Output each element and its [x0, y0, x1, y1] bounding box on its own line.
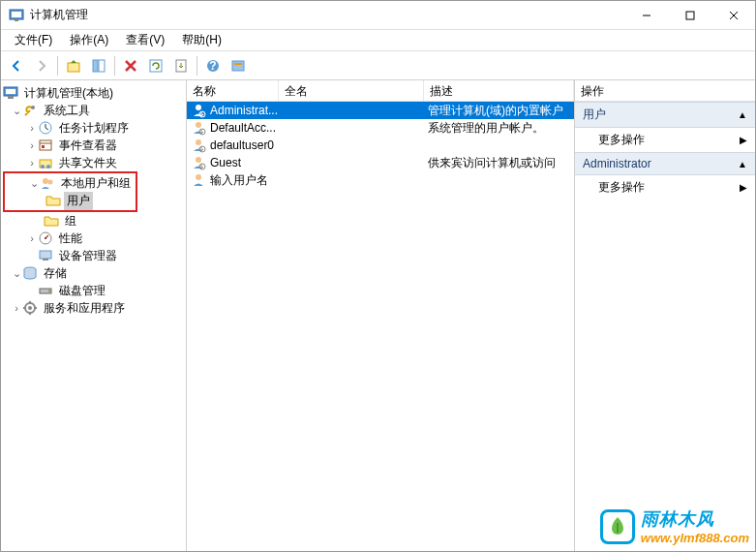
action-more[interactable]: 更多操作 ▶: [575, 128, 755, 152]
user-icon: [191, 103, 206, 118]
svg-point-28: [46, 165, 50, 169]
menu-view[interactable]: 查看(V): [118, 30, 172, 50]
svg-rect-12: [150, 60, 162, 72]
col-desc[interactable]: 描述: [424, 80, 574, 101]
cell-desc: 供来宾访问计算机或访问: [428, 155, 556, 171]
col-name[interactable]: 名称: [187, 80, 279, 101]
collapse-icon[interactable]: ⌄: [11, 267, 22, 280]
svg-point-27: [41, 165, 45, 169]
tree-users[interactable]: 用户: [7, 192, 134, 209]
menubar: 文件(F) 操作(A) 查看(V) 帮助(H): [1, 30, 755, 51]
tree-label: 设备管理器: [56, 247, 120, 265]
folder-icon: [45, 193, 61, 208]
watermark-text: 雨林木风 www.ylmf888.com: [641, 507, 749, 545]
app-icon: [9, 8, 24, 23]
tree-perf[interactable]: › 性能: [3, 230, 184, 247]
list-row[interactable]: Guest 供来宾访问计算机或访问: [187, 154, 574, 171]
actions-group-users: 用户 ▲ 更多操作 ▶: [575, 102, 755, 152]
tree-label: 磁盘管理: [56, 282, 108, 300]
action-more[interactable]: 更多操作 ▶: [575, 175, 755, 199]
device-icon: [38, 248, 53, 263]
tree-storage[interactable]: ⌄ 存储: [3, 264, 184, 282]
watermark-url: www.ylmf888.com: [641, 531, 749, 545]
collapse-icon[interactable]: ⌄: [28, 177, 40, 190]
tree-eventvwr[interactable]: › 事件查看器: [3, 137, 184, 154]
shared-folder-icon: [38, 155, 53, 170]
list-row[interactable]: defaultuser0: [187, 137, 574, 154]
menu-file[interactable]: 文件(F): [7, 30, 60, 50]
expand-icon[interactable]: ›: [26, 139, 38, 151]
properties-button[interactable]: [227, 54, 250, 77]
svg-point-42: [196, 122, 201, 128]
tree-label: 任务计划程序: [56, 119, 132, 138]
svg-point-30: [48, 180, 53, 185]
window-controls: [624, 1, 755, 30]
cell-name: Administrat...: [210, 104, 278, 117]
back-button[interactable]: [5, 54, 28, 77]
tree-shared[interactable]: › 共享文件夹: [3, 154, 184, 171]
clock-icon: [38, 120, 53, 136]
menu-action[interactable]: 操作(A): [62, 30, 116, 50]
forward-button[interactable]: [30, 54, 53, 77]
actions-group-title: Administrator: [583, 157, 651, 170]
user-icon: [191, 172, 206, 188]
tree-localusr[interactable]: ⌄ 本地用户和组: [7, 174, 134, 192]
tree-tasksched[interactable]: › 任务计划程序: [3, 119, 184, 137]
chevron-right-icon: ▶: [740, 182, 747, 193]
services-icon: [22, 300, 38, 316]
show-hide-button[interactable]: [87, 54, 110, 77]
col-fullname[interactable]: 全名: [279, 80, 424, 101]
svg-point-41: [199, 111, 205, 117]
perf-icon: [38, 230, 53, 246]
svg-rect-33: [40, 251, 51, 259]
list-row[interactable]: DefaultAcc... 系统管理的用户帐户。: [187, 119, 574, 137]
expand-icon[interactable]: ›: [26, 122, 38, 134]
action-label: 更多操作: [598, 132, 645, 148]
export-button[interactable]: [169, 54, 193, 77]
tree-label: 用户: [64, 192, 93, 210]
svg-point-39: [28, 306, 32, 310]
menu-help[interactable]: 帮助(H): [174, 30, 229, 50]
tree-devmgr[interactable]: 设备管理器: [3, 247, 184, 264]
watermark: 雨林木风 www.ylmf888.com: [600, 507, 749, 545]
svg-rect-4: [686, 12, 694, 19]
event-icon: [38, 138, 53, 153]
toolbar: ?: [1, 51, 755, 80]
svg-rect-7: [68, 63, 79, 72]
refresh-button[interactable]: [144, 54, 167, 77]
expand-icon[interactable]: ›: [26, 157, 38, 169]
actions-group-header[interactable]: Administrator ▲: [575, 152, 755, 175]
actions-group-header[interactable]: 用户 ▲: [575, 102, 755, 128]
window-title: 计算机管理: [30, 7, 624, 23]
minimize-button[interactable]: [624, 1, 668, 30]
help-button[interactable]: ?: [201, 54, 225, 77]
tree-label: 事件查看器: [56, 137, 120, 155]
svg-point-40: [196, 105, 201, 110]
svg-point-29: [43, 178, 48, 184]
list-row[interactable]: Administrat... 管理计算机(域)的内置帐户: [187, 102, 574, 119]
list-row[interactable]: 输入用户名: [187, 171, 574, 189]
svg-rect-25: [42, 145, 45, 148]
delete-button[interactable]: [119, 54, 142, 77]
storage-icon: [22, 265, 38, 281]
tree-groups[interactable]: 组: [3, 212, 184, 230]
expand-icon[interactable]: ›: [11, 302, 22, 314]
collapse-icon: ▲: [738, 109, 747, 120]
svg-point-32: [45, 237, 46, 239]
titlebar: 计算机管理: [1, 1, 755, 30]
svg-point-48: [196, 174, 201, 180]
close-button[interactable]: [711, 1, 755, 30]
tree-systools[interactable]: ⌄ 系统工具: [3, 102, 184, 119]
up-button[interactable]: [62, 54, 85, 77]
tree-diskmgmt[interactable]: 磁盘管理: [3, 282, 184, 299]
expand-icon[interactable]: ›: [26, 232, 38, 244]
actions-header: 操作: [575, 80, 755, 102]
svg-rect-8: [93, 60, 98, 72]
maximize-button[interactable]: [668, 1, 711, 30]
tree-root[interactable]: 计算机管理(本地): [3, 84, 184, 102]
collapse-icon[interactable]: ⌄: [11, 105, 22, 117]
cell-name: 输入用户名: [210, 172, 268, 189]
tree-svcapps[interactable]: › 服务和应用程序: [3, 299, 184, 317]
svg-rect-19: [6, 89, 15, 94]
actions-pane: 操作 用户 ▲ 更多操作 ▶ Administrator ▲ 更多操作 ▶: [575, 80, 755, 551]
